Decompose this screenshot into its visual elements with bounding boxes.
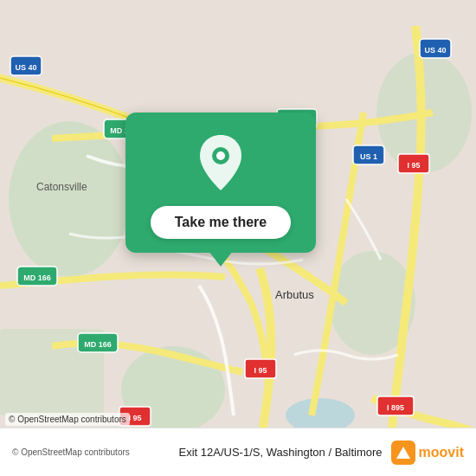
svg-text:US 1: US 1 xyxy=(360,152,377,161)
location-label: Exit 12A/US-1/S, Washington / Baltimore xyxy=(178,446,382,459)
svg-text:Arbutus: Arbutus xyxy=(275,288,314,301)
take-me-there-button[interactable]: Take me there xyxy=(151,206,291,239)
osm-attribution-bottom: © OpenStreetMap contributors xyxy=(12,447,170,457)
svg-text:I 895: I 895 xyxy=(387,403,404,412)
moovit-text: moovit xyxy=(419,445,464,460)
svg-text:I 95: I 95 xyxy=(254,366,267,375)
svg-text:US 40: US 40 xyxy=(15,63,36,72)
svg-point-1 xyxy=(9,121,130,277)
svg-text:I 95: I 95 xyxy=(128,414,141,422)
svg-text:Catonsville: Catonsville xyxy=(36,181,87,193)
moovit-logo-icon xyxy=(391,441,415,465)
svg-text:I 95: I 95 xyxy=(407,161,420,170)
svg-text:MD 166: MD 166 xyxy=(84,340,112,349)
bottom-bar: © OpenStreetMap contributors Exit 12A/US… xyxy=(0,428,476,476)
map-container: US 40 MD 144 MD 144 US 1 I 95 I 95 MD 16… xyxy=(0,0,476,476)
moovit-logo: moovit xyxy=(391,441,464,465)
location-pin-icon xyxy=(195,132,247,194)
osm-attribution: © OpenStreetMap contributors xyxy=(5,413,130,426)
svg-text:MD 166: MD 166 xyxy=(23,273,51,282)
popup-pin-area xyxy=(186,128,255,197)
svg-point-32 xyxy=(216,151,225,160)
svg-text:US 40: US 40 xyxy=(424,46,446,55)
popup-card: Take me there xyxy=(125,113,316,253)
